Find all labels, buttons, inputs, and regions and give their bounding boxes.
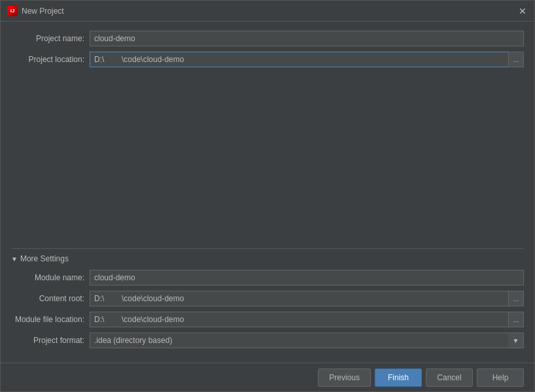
title-bar: IJ New Project ✕ bbox=[1, 1, 534, 22]
module-file-location-label: Module file location: bbox=[11, 315, 90, 324]
project-location-input[interactable] bbox=[90, 52, 508, 67]
project-location-label: Project location: bbox=[11, 55, 90, 64]
previous-button[interactable]: Previous bbox=[318, 368, 371, 387]
help-button[interactable]: Help bbox=[477, 368, 524, 387]
cancel-button[interactable]: Cancel bbox=[426, 368, 473, 387]
project-format-label: Project format: bbox=[11, 336, 90, 345]
content-root-row: Content root: ... bbox=[11, 291, 524, 306]
module-file-location-field-group: ... bbox=[90, 312, 524, 327]
module-file-location-input[interactable] bbox=[90, 312, 508, 327]
project-location-field-group: ... bbox=[90, 52, 524, 67]
title-bar-left: IJ New Project bbox=[7, 6, 64, 16]
content-root-field-group: ... bbox=[90, 291, 524, 306]
module-file-location-row: Module file location: ... bbox=[11, 312, 524, 327]
app-icon: IJ bbox=[7, 6, 18, 16]
project-location-browse-button[interactable]: ... bbox=[508, 52, 524, 67]
close-button[interactable]: ✕ bbox=[517, 6, 528, 16]
more-settings-label: More Settings bbox=[20, 254, 69, 263]
content-root-label: Content root: bbox=[11, 294, 90, 303]
more-settings-triangle-icon: ▼ bbox=[11, 255, 18, 263]
more-settings-toggle[interactable]: ▼ More Settings bbox=[11, 254, 524, 263]
project-name-label: Project name: bbox=[11, 34, 90, 43]
content-root-input[interactable] bbox=[90, 291, 508, 306]
dialog-footer: Previous Finish Cancel Help bbox=[1, 363, 534, 391]
project-format-row: Project format: .idea (directory based) … bbox=[11, 333, 524, 348]
content-root-browse-button[interactable]: ... bbox=[508, 291, 524, 306]
finish-button[interactable]: Finish bbox=[375, 368, 422, 387]
content-spacer bbox=[11, 73, 524, 248]
dialog-title: New Project bbox=[22, 7, 64, 16]
project-location-row: Project location: ... bbox=[11, 52, 524, 67]
project-name-input[interactable] bbox=[90, 31, 524, 46]
dialog-content: Project name: Project location: ... ▼ Mo… bbox=[1, 22, 534, 363]
more-settings-content: Module name: Content root: ... Module fi… bbox=[11, 270, 524, 348]
module-file-location-browse-button[interactable]: ... bbox=[508, 312, 524, 327]
module-name-label: Module name: bbox=[11, 273, 90, 282]
project-format-select-wrapper: .idea (directory based) ▼ bbox=[90, 333, 524, 348]
project-format-select[interactable]: .idea (directory based) bbox=[90, 333, 524, 348]
module-name-row: Module name: bbox=[11, 270, 524, 286]
new-project-dialog: IJ New Project ✕ Project name: Project l… bbox=[0, 0, 535, 392]
more-settings-section: ▼ More Settings Module name: Content roo… bbox=[11, 248, 524, 353]
project-name-row: Project name: bbox=[11, 31, 524, 46]
module-name-input[interactable] bbox=[90, 270, 524, 286]
